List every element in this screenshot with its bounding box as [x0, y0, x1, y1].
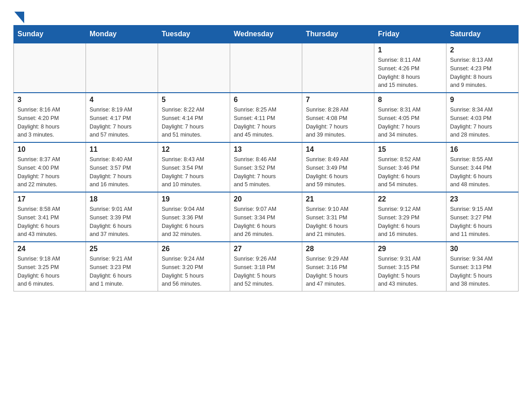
- day-number: 8: [378, 96, 442, 104]
- day-number: 14: [306, 146, 370, 154]
- day-number: 26: [162, 245, 226, 253]
- page-header: [13, 9, 519, 21]
- calendar-cell: 21Sunrise: 9:10 AM Sunset: 3:31 PM Dayli…: [302, 192, 374, 242]
- day-info: Sunrise: 9:12 AM Sunset: 3:29 PM Dayligh…: [378, 205, 442, 239]
- day-info: Sunrise: 9:24 AM Sunset: 3:20 PM Dayligh…: [162, 255, 226, 288]
- calendar-cell: 27Sunrise: 9:26 AM Sunset: 3:18 PM Dayli…: [230, 242, 302, 291]
- day-info: Sunrise: 8:58 AM Sunset: 3:41 PM Dayligh…: [17, 205, 82, 239]
- weekday-header-saturday: Saturday: [446, 26, 519, 43]
- day-info: Sunrise: 8:13 AM Sunset: 4:23 PM Dayligh…: [450, 56, 515, 90]
- calendar-cell: 2Sunrise: 8:13 AM Sunset: 4:23 PM Daylig…: [446, 43, 519, 93]
- calendar-cell: 28Sunrise: 9:29 AM Sunset: 3:16 PM Dayli…: [302, 242, 374, 291]
- day-info: Sunrise: 8:46 AM Sunset: 3:52 PM Dayligh…: [234, 155, 298, 189]
- calendar-cell: 6Sunrise: 8:25 AM Sunset: 4:11 PM Daylig…: [230, 93, 302, 142]
- day-number: 18: [90, 195, 154, 203]
- day-info: Sunrise: 9:04 AM Sunset: 3:36 PM Dayligh…: [162, 205, 226, 239]
- calendar-cell: 5Sunrise: 8:22 AM Sunset: 4:14 PM Daylig…: [158, 93, 230, 142]
- day-number: 5: [162, 96, 226, 104]
- day-info: Sunrise: 9:15 AM Sunset: 3:27 PM Dayligh…: [450, 205, 515, 239]
- calendar-cell: 12Sunrise: 8:43 AM Sunset: 3:54 PM Dayli…: [158, 142, 230, 192]
- day-info: Sunrise: 9:26 AM Sunset: 3:18 PM Dayligh…: [234, 255, 298, 288]
- day-number: 7: [306, 96, 370, 104]
- calendar-cell: 19Sunrise: 9:04 AM Sunset: 3:36 PM Dayli…: [158, 192, 230, 242]
- day-info: Sunrise: 8:34 AM Sunset: 4:03 PM Dayligh…: [450, 106, 515, 139]
- day-number: 30: [450, 245, 515, 253]
- day-info: Sunrise: 9:10 AM Sunset: 3:31 PM Dayligh…: [306, 205, 370, 239]
- calendar-cell: 25Sunrise: 9:21 AM Sunset: 3:23 PM Dayli…: [86, 242, 158, 291]
- calendar-cell: 1Sunrise: 8:11 AM Sunset: 4:26 PM Daylig…: [374, 43, 446, 93]
- calendar-week-row: 24Sunrise: 9:18 AM Sunset: 3:25 PM Dayli…: [14, 242, 519, 291]
- calendar-cell: 20Sunrise: 9:07 AM Sunset: 3:34 PM Dayli…: [230, 192, 302, 242]
- day-number: 23: [450, 195, 515, 203]
- calendar-cell: [14, 43, 86, 93]
- calendar-cell: 24Sunrise: 9:18 AM Sunset: 3:25 PM Dayli…: [14, 242, 86, 291]
- day-number: 20: [234, 195, 298, 203]
- weekday-header-thursday: Thursday: [302, 26, 374, 43]
- calendar-cell: 9Sunrise: 8:34 AM Sunset: 4:03 PM Daylig…: [446, 93, 519, 142]
- day-info: Sunrise: 8:25 AM Sunset: 4:11 PM Dayligh…: [234, 106, 298, 139]
- day-info: Sunrise: 8:40 AM Sunset: 3:57 PM Dayligh…: [90, 155, 154, 189]
- day-number: 21: [306, 195, 370, 203]
- calendar-cell: 16Sunrise: 8:55 AM Sunset: 3:44 PM Dayli…: [446, 142, 519, 192]
- day-number: 10: [17, 146, 82, 154]
- day-info: Sunrise: 8:31 AM Sunset: 4:05 PM Dayligh…: [378, 106, 442, 139]
- day-number: 28: [306, 245, 370, 253]
- day-number: 1: [378, 46, 442, 54]
- day-number: 12: [162, 146, 226, 154]
- logo: [13, 9, 24, 21]
- weekday-header-wednesday: Wednesday: [230, 26, 302, 43]
- weekday-header-friday: Friday: [374, 26, 446, 43]
- day-number: 6: [234, 96, 298, 104]
- calendar-week-row: 3Sunrise: 8:16 AM Sunset: 4:20 PM Daylig…: [14, 93, 519, 142]
- day-info: Sunrise: 8:52 AM Sunset: 3:46 PM Dayligh…: [378, 155, 442, 189]
- day-number: 19: [162, 195, 226, 203]
- calendar-cell: 8Sunrise: 8:31 AM Sunset: 4:05 PM Daylig…: [374, 93, 446, 142]
- calendar-table: SundayMondayTuesdayWednesdayThursdayFrid…: [13, 25, 519, 291]
- calendar-cell: 17Sunrise: 8:58 AM Sunset: 3:41 PM Dayli…: [14, 192, 86, 242]
- calendar-week-row: 17Sunrise: 8:58 AM Sunset: 3:41 PM Dayli…: [14, 192, 519, 242]
- day-info: Sunrise: 9:07 AM Sunset: 3:34 PM Dayligh…: [234, 205, 298, 239]
- calendar-cell: 11Sunrise: 8:40 AM Sunset: 3:57 PM Dayli…: [86, 142, 158, 192]
- calendar-cell: 4Sunrise: 8:19 AM Sunset: 4:17 PM Daylig…: [86, 93, 158, 142]
- calendar-cell: 3Sunrise: 8:16 AM Sunset: 4:20 PM Daylig…: [14, 93, 86, 142]
- calendar-cell: 29Sunrise: 9:31 AM Sunset: 3:15 PM Dayli…: [374, 242, 446, 291]
- weekday-header-monday: Monday: [86, 26, 158, 43]
- calendar-cell: [158, 43, 230, 93]
- day-info: Sunrise: 9:31 AM Sunset: 3:15 PM Dayligh…: [378, 255, 442, 288]
- day-info: Sunrise: 8:43 AM Sunset: 3:54 PM Dayligh…: [162, 155, 226, 189]
- calendar-cell: 7Sunrise: 8:28 AM Sunset: 4:08 PM Daylig…: [302, 93, 374, 142]
- calendar-cell: 13Sunrise: 8:46 AM Sunset: 3:52 PM Dayli…: [230, 142, 302, 192]
- day-number: 17: [17, 195, 82, 203]
- day-info: Sunrise: 8:11 AM Sunset: 4:26 PM Dayligh…: [378, 56, 442, 90]
- calendar-cell: 14Sunrise: 8:49 AM Sunset: 3:49 PM Dayli…: [302, 142, 374, 192]
- calendar-cell: [302, 43, 374, 93]
- day-info: Sunrise: 8:16 AM Sunset: 4:20 PM Dayligh…: [17, 106, 82, 139]
- day-info: Sunrise: 9:18 AM Sunset: 3:25 PM Dayligh…: [17, 255, 82, 288]
- day-info: Sunrise: 8:22 AM Sunset: 4:14 PM Dayligh…: [162, 106, 226, 139]
- day-number: 16: [450, 146, 515, 154]
- day-number: 3: [17, 96, 82, 104]
- calendar-cell: [86, 43, 158, 93]
- day-number: 4: [90, 96, 154, 104]
- calendar-cell: 26Sunrise: 9:24 AM Sunset: 3:20 PM Dayli…: [158, 242, 230, 291]
- logo-triangle-icon: [14, 12, 24, 23]
- day-number: 24: [17, 245, 82, 253]
- day-info: Sunrise: 8:37 AM Sunset: 4:00 PM Dayligh…: [17, 155, 82, 189]
- calendar-cell: 23Sunrise: 9:15 AM Sunset: 3:27 PM Dayli…: [446, 192, 519, 242]
- day-info: Sunrise: 8:19 AM Sunset: 4:17 PM Dayligh…: [90, 106, 154, 139]
- day-number: 25: [90, 245, 154, 253]
- day-number: 11: [90, 146, 154, 154]
- calendar-cell: 22Sunrise: 9:12 AM Sunset: 3:29 PM Dayli…: [374, 192, 446, 242]
- day-number: 15: [378, 146, 442, 154]
- day-info: Sunrise: 9:21 AM Sunset: 3:23 PM Dayligh…: [90, 255, 154, 288]
- calendar-week-row: 1Sunrise: 8:11 AM Sunset: 4:26 PM Daylig…: [14, 43, 519, 93]
- day-number: 27: [234, 245, 298, 253]
- calendar-cell: 10Sunrise: 8:37 AM Sunset: 4:00 PM Dayli…: [14, 142, 86, 192]
- day-info: Sunrise: 9:34 AM Sunset: 3:13 PM Dayligh…: [450, 255, 515, 288]
- weekday-header-tuesday: Tuesday: [158, 26, 230, 43]
- calendar-cell: 15Sunrise: 8:52 AM Sunset: 3:46 PM Dayli…: [374, 142, 446, 192]
- day-number: 22: [378, 195, 442, 203]
- day-info: Sunrise: 8:49 AM Sunset: 3:49 PM Dayligh…: [306, 155, 370, 189]
- day-info: Sunrise: 9:29 AM Sunset: 3:16 PM Dayligh…: [306, 255, 370, 288]
- day-info: Sunrise: 8:28 AM Sunset: 4:08 PM Dayligh…: [306, 106, 370, 139]
